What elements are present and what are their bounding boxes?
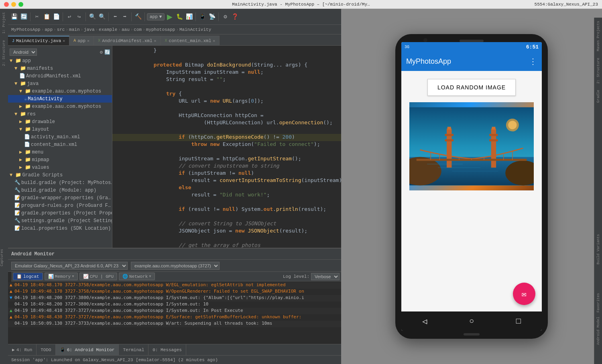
load-random-image-button[interactable]: LOAD RANDOM IMAGE [427,79,516,96]
tab-close-2[interactable]: ✕ [154,38,157,43]
bottom-tab-run[interactable]: ▶ 4: Run [8,344,37,355]
close-button[interactable] [4,2,9,7]
nav-home-icon[interactable]: ○ [469,317,474,326]
breadcrumb-item-8[interactable]: myphotosapp [146,27,175,32]
breadcrumb-item-4[interactable]: java [84,27,94,32]
find-replace-icon[interactable]: 🔍 [98,12,106,21]
tab-logcat[interactable]: 📋 logcat [13,273,43,280]
tree-item-localprops[interactable]: 📝 local.properties (SDK Location) [8,224,112,232]
tab-close-3[interactable]: ✕ [213,38,215,43]
maven-projects-tab[interactable]: Maven Projects [596,18,600,55]
tree-item-menu[interactable]: ▶ 📁 menu [8,148,112,156]
tab-mainactivity[interactable]: J MainActivity.java ✕ [8,36,69,45]
log-level-selector[interactable]: Verbose [311,273,340,280]
tree-item-contentmain[interactable]: 📄 content_main.xml [8,141,112,148]
breadcrumb-item-3[interactable]: main [69,27,79,32]
help-icon[interactable]: ❓ [230,12,239,21]
breadcrumb-item-5[interactable]: example [99,27,117,32]
tree-item-pkg2[interactable]: ▶ 📁 example.aau.com.myphotos [8,103,112,110]
tree-item-drawable[interactable]: ▶ 📁 drawable [8,118,112,125]
bottom-tab-messages[interactable]: 0: Messages [148,344,186,355]
fab-email[interactable]: ✉ [513,283,535,305]
tab-network[interactable]: 🌐 Network ▼ [119,273,155,280]
phone-more-icon[interactable]: ⋮ [529,57,537,67]
structure-tab[interactable]: 2: Structure [596,55,600,87]
memory-label: Memory [55,274,71,279]
tree-item-androidmanifest[interactable]: 📄 AndroidManifest.xml [8,72,112,80]
run-button[interactable]: ▶ [165,12,174,21]
structure-label[interactable]: 2: Structure [2,38,6,68]
tab-close-0[interactable]: ✕ [63,38,65,43]
forward-icon[interactable]: ➡ [120,12,129,21]
tab-app[interactable]: A app ✕ [69,36,94,45]
tree-item-buildgradle-proj[interactable]: 🔧 build.gradle (Project: MyPhotos… [8,179,112,186]
device-icon[interactable]: 📱 [198,12,207,21]
bottom-tab-terminal[interactable]: Terminal [119,344,148,355]
tree-item-settingsgradle[interactable]: 🔧 settings.gradle (Project Settings) [8,217,112,224]
tree-item-mipmap[interactable]: ▶ 📁 mipmap [8,156,112,164]
tree-item-buildgradle-app[interactable]: 🔧 build.gradle (Module: app) [8,186,112,194]
undo-icon[interactable]: ↩ [65,12,74,21]
android-selector[interactable]: Android [10,49,37,56]
phone-nav-bar: ◁ ○ □ [401,311,542,331]
device-title: 5554:Galaxy_Nexus_API_23 [535,2,598,7]
build-variants-tab[interactable]: Build Variants [596,231,600,268]
breadcrumb-item-9[interactable]: MainActivity [179,27,211,32]
cut-icon[interactable]: ✂ [33,12,41,21]
nav-back-icon[interactable]: ◁ [422,316,427,326]
settings-icon[interactable]: ⚙ [221,12,230,21]
breadcrumb-item-0[interactable]: MyPhotosApp [11,27,41,32]
project-label[interactable]: 1: Project [2,10,6,35]
tree-item-gradle-scripts[interactable]: ▼ 📁 Gradle Scripts [8,171,112,179]
tree-item-proguard[interactable]: 📝 proguard-rules.pro (ProGuard F… [8,202,112,209]
tree-item-values[interactable]: ▶ 📁 values [8,164,112,171]
tab-content-main[interactable]: X content_main.xml ✕ [161,36,220,45]
gradle-tab[interactable]: Gradle [596,87,600,106]
gradle-icon-1: 🔧 [14,180,20,186]
breadcrumb-item-6[interactable]: aau [122,27,130,32]
breadcrumb-item-7[interactable]: com [134,27,142,32]
tab-close-1[interactable]: ✕ [87,38,89,43]
minimize-button[interactable] [11,2,16,7]
coverage-icon[interactable]: 📊 [185,12,193,21]
bottom-tab-todo[interactable]: TODO [37,344,55,355]
app-selector[interactable]: app ▼ [147,13,165,20]
tree-item-manifests[interactable]: ▼ 📁 manifests [8,65,112,72]
code-editor[interactable]: } protected Bitmap doInBackground(String… [112,46,341,248]
tree-settings-icon[interactable]: ⚙ [100,49,103,55]
tree-item-mainactivity[interactable]: ☕ MainActivity [8,95,112,103]
paste-icon[interactable]: 📄 [52,12,61,21]
tree-item-gradleprops[interactable]: 📝 gradle.properties (Project Prope… [8,209,112,217]
tree-item-gradlewrapper[interactable]: 📝 gradle-wrapper.properties (Gra… [8,194,112,202]
bottom-tab-androidmonitor[interactable]: 📱 6: Android Monitor [56,344,119,355]
back-icon[interactable]: ⬅ [111,12,120,21]
tree-sync-icon[interactable]: 🔄 [104,49,110,55]
nav-recent-icon[interactable]: □ [516,317,521,326]
tree-item-pkg1[interactable]: ▼ 📁 example.aau.com.myphotos [8,87,112,95]
redo-icon[interactable]: ↪ [75,12,83,21]
maximize-button[interactable] [18,2,23,7]
breadcrumb-item-1[interactable]: app [45,27,53,32]
favorites-tab[interactable]: Favorites [596,290,600,316]
build-icon[interactable]: 🔨 [134,12,142,21]
breadcrumb-item-2[interactable]: src [57,27,65,32]
device-selector[interactable]: Emulator Galaxy_Nexus_API_23 Android 6.0… [11,262,128,270]
tab-memory[interactable]: 📊 Memory ▼ [45,273,78,280]
tab-manifest[interactable]: X AndroidManifest.xml ✕ [94,36,161,45]
copy-icon[interactable]: 📋 [42,12,51,21]
tree-item-app[interactable]: ▼ 📁 app [8,57,112,65]
sync-icon[interactable]: 🔄 [19,12,28,21]
tab-cpu-gpu[interactable]: 📈 CPU | GPU [79,273,117,280]
avd-icon[interactable]: 📡 [207,12,216,21]
tree-item-res[interactable]: ▼ 📁 res [8,110,112,118]
debug-icon[interactable]: 🐛 [175,12,184,21]
tree-item-activitymain[interactable]: 📄 activity_main.xml [8,133,112,141]
code-line: JSONObject json = new JSONObject(result)… [112,228,341,235]
app-process-selector[interactable]: example.aau.com.myphotosapp (3727) [131,262,220,270]
find-icon[interactable]: 🔍 [88,12,97,21]
save-icon[interactable]: 💾 [10,12,18,21]
tree-item-layout[interactable]: ▼ 📁 layout [8,125,112,133]
android-model-tab[interactable]: Android Model [596,313,600,348]
tree-item-java[interactable]: ▼ 📁 java [8,80,112,87]
captures-label[interactable]: Captures [0,247,4,268]
